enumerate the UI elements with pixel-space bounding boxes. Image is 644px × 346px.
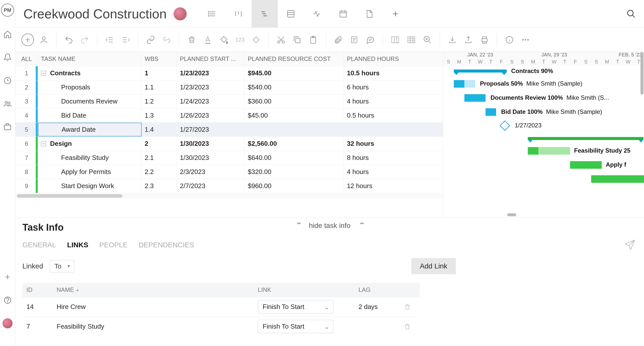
import-icon[interactable] — [446, 33, 459, 46]
col-id[interactable]: ID — [22, 286, 53, 293]
app-logo[interactable]: PM — [1, 4, 14, 17]
link-type-select[interactable]: Finish To Start⌄ — [258, 300, 333, 314]
project-avatar[interactable] — [174, 7, 187, 20]
col-name[interactable]: NAME▲ — [53, 286, 254, 293]
gantt-day-label: T — [559, 59, 570, 66]
cut-icon[interactable] — [275, 33, 287, 46]
grid-icon[interactable] — [405, 33, 418, 46]
gantt-summary-contracts[interactable] — [454, 70, 507, 73]
table-row[interactable]: 1−Contracts11/23/2023$945.0010.5 hours — [15, 66, 443, 80]
search-icon[interactable] — [626, 9, 636, 19]
svg-rect-22 — [482, 39, 487, 42]
gantt-bar-proposals[interactable] — [454, 80, 475, 88]
table-row[interactable]: 7Feasibility Study2.11/30/2023$640.008 h… — [15, 151, 443, 165]
gantt-bar-start-design[interactable] — [591, 175, 644, 183]
view-add-icon[interactable] — [382, 0, 409, 28]
gantt-horizontal-scrollbar[interactable] — [443, 213, 644, 217]
unlink-icon[interactable] — [160, 33, 173, 46]
view-file-icon[interactable] — [356, 0, 382, 28]
svg-point-2 — [8, 102, 10, 104]
help-icon[interactable] — [2, 295, 13, 306]
columns-icon[interactable] — [389, 33, 401, 46]
table-row[interactable]: 5Award Date1.41/27/2023 — [15, 122, 443, 136]
more-icon[interactable] — [519, 33, 532, 46]
gantt-bar-feasibility[interactable] — [528, 147, 570, 155]
col-planned-hours[interactable]: PLANNED HOURS — [344, 52, 433, 66]
table-row[interactable]: 9Start Design Work2.32/7/2023$960.0012 h… — [15, 179, 443, 193]
paste-icon[interactable] — [307, 33, 319, 46]
link-type-select[interactable]: Finish To Start⌄ — [258, 320, 333, 333]
tab-general[interactable]: GENERAL — [22, 241, 56, 249]
plus-icon[interactable] — [2, 271, 13, 283]
view-calendar-icon[interactable] — [330, 0, 356, 28]
view-sheet-icon[interactable] — [278, 0, 304, 28]
copy-icon[interactable] — [291, 33, 303, 46]
fill-color-icon[interactable] — [218, 33, 230, 46]
gantt-vertical-scrollbar[interactable] — [640, 52, 643, 213]
numbering-icon[interactable]: 123 — [234, 33, 246, 46]
table-row[interactable]: 6−Design21/30/2023$2,560.0032 hours — [15, 136, 443, 151]
view-activity-icon[interactable] — [304, 0, 330, 28]
view-list-icon[interactable] — [199, 0, 225, 28]
tab-dependencies[interactable]: DEPENDENCIES — [139, 241, 194, 249]
comment-icon[interactable] — [364, 33, 377, 46]
attachment-icon[interactable] — [332, 33, 344, 46]
add-link-button[interactable]: Add Link — [411, 258, 456, 274]
delete-icon[interactable] — [185, 33, 198, 46]
add-task-icon[interactable] — [21, 33, 34, 46]
tab-links[interactable]: LINKS — [67, 241, 88, 249]
milestone-icon[interactable] — [250, 33, 262, 46]
collapse-icon[interactable]: − — [41, 141, 46, 146]
linked-direction-select[interactable]: To▼ — [50, 260, 74, 272]
gantt-day-label: F — [570, 59, 581, 66]
print-icon[interactable] — [478, 33, 491, 46]
delete-link-icon[interactable] — [400, 323, 417, 330]
clock-icon[interactable] — [2, 75, 13, 86]
gantt-chart[interactable]: JAN, 22 '23 JAN, 29 '23 FEB, 5 '23 SMTWT… — [443, 52, 644, 217]
link-row[interactable]: 7Feasibility StudyFinish To Start⌄ — [22, 317, 420, 336]
info-icon[interactable] — [503, 33, 516, 46]
user-avatar-small[interactable] — [2, 318, 13, 329]
text-color-icon[interactable] — [202, 33, 214, 46]
table-row[interactable]: 2Proposals1.11/23/2023$540.006 hours — [15, 80, 443, 94]
tab-people[interactable]: PEOPLE — [99, 241, 128, 249]
gantt-milestone-award[interactable] — [500, 120, 510, 131]
home-icon[interactable] — [2, 29, 13, 40]
gantt-summary-design[interactable] — [528, 137, 643, 140]
assign-icon[interactable] — [37, 33, 50, 46]
redo-icon[interactable] — [78, 33, 91, 46]
indent-icon[interactable] — [119, 33, 132, 46]
gantt-bar-bid[interactable] — [486, 108, 496, 116]
table-row[interactable]: 4Bid Date1.31/26/2023$45.000.5 hours — [15, 108, 443, 122]
gantt-bar-apply[interactable] — [570, 161, 602, 169]
undo-icon[interactable] — [62, 33, 75, 46]
link-row[interactable]: 14Hire CrewFinish To Start⌄2 days — [22, 297, 420, 317]
hide-task-info[interactable]: ˅˅ hide task info ˅˅ — [296, 222, 363, 230]
export-icon[interactable] — [462, 33, 475, 46]
briefcase-icon[interactable] — [2, 121, 13, 132]
svg-point-8 — [208, 15, 209, 16]
notes-icon[interactable] — [348, 33, 360, 46]
col-lag[interactable]: LAG — [354, 286, 400, 293]
col-planned-cost[interactable]: PLANNED RESOURCE COST — [245, 52, 344, 66]
col-wbs[interactable]: WBS — [142, 52, 177, 66]
link-icon[interactable] — [144, 33, 157, 46]
view-board-icon[interactable] — [225, 0, 252, 28]
zoom-in-icon[interactable] — [421, 33, 434, 46]
collapse-icon[interactable]: − — [41, 71, 46, 76]
grid-horizontal-scrollbar[interactable] — [15, 193, 443, 199]
outdent-icon[interactable] — [103, 33, 116, 46]
gantt-day-label: T — [464, 59, 475, 66]
col-task-name[interactable]: TASK NAME — [38, 52, 142, 66]
col-link[interactable]: LINK — [254, 286, 354, 293]
view-gantt-icon[interactable] — [252, 0, 278, 28]
col-all[interactable]: ALL — [15, 52, 38, 66]
gantt-bar-docs[interactable] — [464, 94, 486, 102]
send-icon[interactable] — [624, 239, 635, 250]
delete-link-icon[interactable] — [400, 303, 417, 310]
table-row[interactable]: 8Apply for Permits2.22/3/2023$320.004 ho… — [15, 165, 443, 179]
table-row[interactable]: 3Documents Review1.21/24/2023$360.004 ho… — [15, 94, 443, 108]
bell-icon[interactable] — [2, 52, 13, 63]
people-icon[interactable] — [2, 98, 13, 109]
col-planned-start[interactable]: PLANNED START ... — [177, 52, 245, 66]
